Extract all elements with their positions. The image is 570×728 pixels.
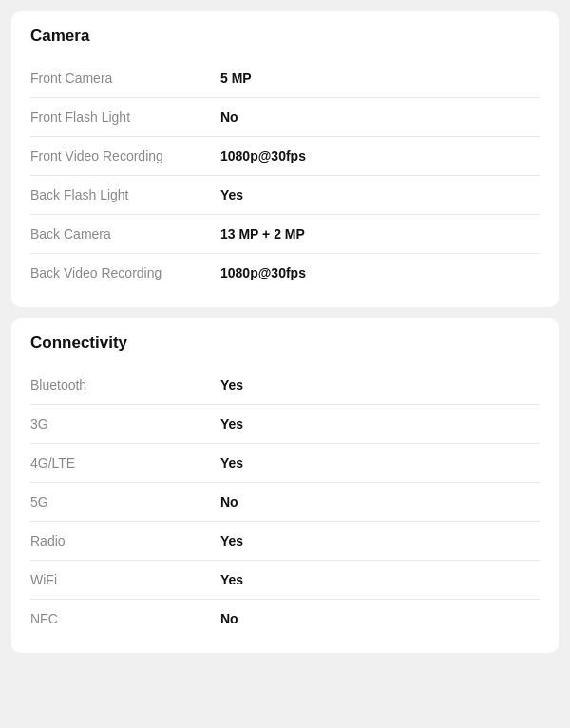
table-row: 3GYes (30, 405, 540, 444)
connectivity-rows: BluetoothYes3GYes4G/LTEYes5GNoRadioYesWi… (30, 366, 540, 638)
spec-value: 1080p@30fps (220, 265, 540, 280)
spec-label: WiFi (30, 572, 220, 587)
spec-label: 5G (30, 494, 220, 509)
spec-value: No (220, 109, 540, 125)
spec-label: 3G (30, 416, 220, 431)
spec-value: Yes (220, 572, 540, 587)
page-wrapper: Camera Front Camera5 MPFront Flash Light… (0, 0, 570, 664)
spec-label: Back Camera (30, 226, 220, 241)
spec-value: Yes (220, 416, 540, 431)
spec-label: 4G/LTE (30, 455, 220, 470)
spec-label: Back Flash Light (30, 187, 220, 202)
camera-card: Camera Front Camera5 MPFront Flash Light… (11, 11, 559, 307)
spec-value: Yes (220, 533, 540, 548)
spec-value: No (220, 494, 540, 509)
spec-value: 1080p@30fps (220, 148, 540, 163)
spec-value: Yes (220, 455, 540, 470)
spec-label: Back Video Recording (30, 265, 220, 280)
table-row: 5GNo (30, 483, 540, 522)
spec-value: Yes (220, 377, 540, 393)
table-row: 4G/LTEYes (30, 444, 540, 483)
connectivity-card: Connectivity BluetoothYes3GYes4G/LTEYes5… (11, 318, 559, 653)
spec-value: 13 MP + 2 MP (220, 226, 540, 241)
spec-label: Front Camera (30, 70, 220, 86)
table-row: NFCNo (30, 600, 540, 638)
table-row: Front Video Recording1080p@30fps (30, 137, 540, 176)
table-row: WiFiYes (30, 561, 540, 600)
table-row: Back Video Recording1080p@30fps (30, 254, 540, 292)
table-row: Front Camera5 MP (30, 59, 540, 98)
camera-rows: Front Camera5 MPFront Flash LightNoFront… (30, 59, 540, 292)
connectivity-title: Connectivity (30, 334, 540, 353)
spec-value: Yes (220, 187, 540, 202)
spec-value: 5 MP (220, 70, 540, 86)
spec-label: Front Video Recording (30, 148, 220, 163)
spec-label: NFC (30, 611, 220, 626)
spec-label: Radio (30, 533, 220, 548)
spec-label: Bluetooth (30, 377, 220, 393)
table-row: Back Camera13 MP + 2 MP (30, 215, 540, 254)
table-row: Front Flash LightNo (30, 98, 540, 137)
table-row: RadioYes (30, 522, 540, 561)
table-row: Back Flash LightYes (30, 176, 540, 215)
camera-title: Camera (30, 27, 540, 46)
spec-label: Front Flash Light (30, 109, 220, 125)
spec-value: No (220, 611, 540, 626)
table-row: BluetoothYes (30, 366, 540, 405)
